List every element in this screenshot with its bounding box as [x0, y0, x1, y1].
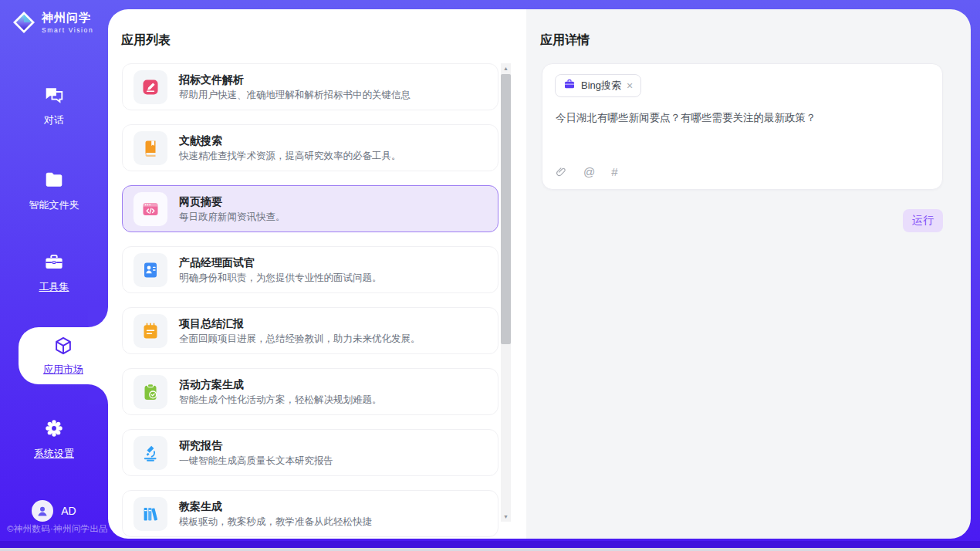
app-list-title: 应用列表	[121, 32, 171, 49]
brand-diamond-icon	[11, 9, 37, 35]
run-button[interactable]: 运行	[903, 209, 943, 232]
app-card-description: 一键智能生成高质量长文本研究报告	[179, 455, 333, 468]
app-card-title: 网页摘要	[179, 194, 286, 208]
hashtag-icon[interactable]: #	[611, 165, 617, 178]
cube-icon	[53, 336, 73, 359]
app-card[interactable]: 项目总结汇报 全面回顾项目进展，总结经验教训，助力未来优化发展。	[122, 307, 498, 354]
memo-icon	[133, 314, 167, 348]
app-card-description: 模板驱动，教案秒成，教学准备从此轻松快捷	[179, 516, 372, 529]
app-card-description: 帮助用户快速、准确地理解和解析招标书中的关键信息	[179, 89, 411, 102]
chip-close-icon[interactable]: ×	[627, 80, 633, 91]
webpage-code-icon	[133, 192, 167, 226]
app-card[interactable]: 产品经理面试官 明确身份和职责，为您提供专业性的面试问题。	[122, 246, 498, 293]
selected-item-curve-bottom	[88, 384, 108, 404]
composer-toolbar: @#	[555, 165, 618, 178]
sidebar-item-system-settings[interactable]: 系统设置	[0, 418, 108, 461]
app-card-title: 产品经理面试官	[179, 255, 382, 269]
tool-chip-label: Bing搜索	[581, 79, 621, 93]
sidebar-item-app-market[interactable]: 应用市场	[19, 327, 108, 384]
sidebar-item-label: 系统设置	[34, 447, 74, 461]
scrollbar[interactable]: ▲ ▼	[501, 63, 511, 522]
sidebar-item-label: 工具集	[39, 280, 69, 294]
gear-icon	[44, 418, 64, 441]
app-card-title: 研究报告	[179, 438, 333, 452]
app-card-description: 每日政府新闻资讯快查。	[179, 211, 286, 224]
brand-logo: 神州问学 Smart Vision	[11, 9, 93, 35]
bottom-bar	[0, 541, 980, 548]
app-card[interactable]: 教案生成 模板驱动，教案秒成，教学准备从此轻松快捷	[122, 490, 498, 537]
brand-name: 神州问学	[42, 11, 93, 25]
chat-icon	[44, 85, 64, 108]
bottom-strip	[0, 548, 980, 551]
app-card-description: 全面回顾项目进展，总结经验教训，助力未来优化发展。	[179, 333, 421, 346]
prompt-card: Bing搜索 × 今日湖北有哪些新闻要点？有哪些需要关注的最新政策？ @#	[542, 63, 943, 190]
clipboard-check-icon	[133, 375, 167, 409]
sidebar-item-toolset[interactable]: 工具集	[0, 252, 108, 294]
sidebar-item-smart-folder[interactable]: 智能文件夹	[0, 170, 108, 212]
microscope-icon	[133, 436, 167, 470]
app-list-panel: 应用列表 招标文件解析 帮助用户快速、准确地理解和解析招标书中的关键信息 文献搜…	[108, 9, 526, 539]
sidebar-item-chat[interactable]: 对话	[0, 85, 108, 127]
brand-subtitle: Smart Vision	[42, 26, 93, 34]
app-card[interactable]: 活动方案生成 智能生成个性化活动方案，轻松解决规划难题。	[122, 368, 498, 415]
scroll-up-button[interactable]: ▲	[501, 63, 511, 73]
sidebar-item-label: 智能文件夹	[29, 198, 79, 212]
mention-icon[interactable]: @	[583, 165, 595, 178]
app-card-title: 教案生成	[179, 499, 372, 513]
app-card-title: 文献搜索	[179, 134, 401, 147]
briefcase-icon	[563, 78, 576, 93]
app-card-description: 快速精准查找学术资源，提高研究效率的必备工具。	[179, 150, 401, 163]
book-icon	[133, 131, 167, 165]
edit-document-icon	[133, 70, 167, 104]
app-card[interactable]: 文献搜索 快速精准查找学术资源，提高研究效率的必备工具。	[122, 124, 498, 171]
sidebar-item-label: 应用市场	[43, 363, 83, 377]
app-card[interactable]: 研究报告 一键智能生成高质量长文本研究报告	[122, 429, 498, 476]
avatar	[32, 500, 53, 522]
app-detail-title: 应用详情	[540, 32, 590, 49]
scroll-down-button[interactable]: ▼	[501, 512, 511, 522]
user-initials: AD	[61, 505, 76, 517]
copyright: ©神州数码·神州问学出品	[7, 523, 108, 535]
tool-chip[interactable]: Bing搜索 ×	[555, 74, 641, 97]
interview-document-icon	[133, 253, 167, 287]
sidebar: 神州问学 Smart Vision 对话智能文件夹工具集应用市场系统设置 AD …	[0, 0, 108, 548]
app-card[interactable]: 网页摘要 每日政府新闻资讯快查。	[122, 185, 498, 232]
main-content: 应用列表 招标文件解析 帮助用户快速、准确地理解和解析招标书中的关键信息 文献搜…	[108, 9, 971, 539]
app-card-title: 活动方案生成	[179, 377, 382, 391]
app-card-title: 项目总结汇报	[179, 316, 421, 330]
user-account[interactable]: AD	[0, 500, 108, 522]
books-icon	[133, 497, 167, 531]
app-list: 招标文件解析 帮助用户快速、准确地理解和解析招标书中的关键信息 文献搜索 快速精…	[122, 63, 498, 539]
prompt-text[interactable]: 今日湖北有哪些新闻要点？有哪些需要关注的最新政策？	[556, 110, 930, 125]
sidebar-item-label: 对话	[44, 113, 64, 127]
app-card-title: 招标文件解析	[179, 73, 411, 86]
app-detail-panel: 应用详情 Bing搜索 × 今日湖北有哪些新闻要点？有哪些需要关注的最新政策？ …	[526, 9, 971, 539]
app-card-description: 明确身份和职责，为您提供专业性的面试问题。	[179, 272, 382, 285]
attachment-icon[interactable]	[555, 166, 567, 178]
app-card-description: 智能生成个性化活动方案，轻松解决规划难题。	[179, 394, 382, 407]
person-icon	[35, 504, 49, 518]
toolbox-icon	[44, 252, 64, 275]
scrollbar-thumb[interactable]	[501, 74, 511, 344]
selected-item-curve-top	[88, 307, 108, 327]
app-card[interactable]: 招标文件解析 帮助用户快速、准确地理解和解析招标书中的关键信息	[122, 63, 498, 110]
folder-icon	[44, 170, 64, 193]
